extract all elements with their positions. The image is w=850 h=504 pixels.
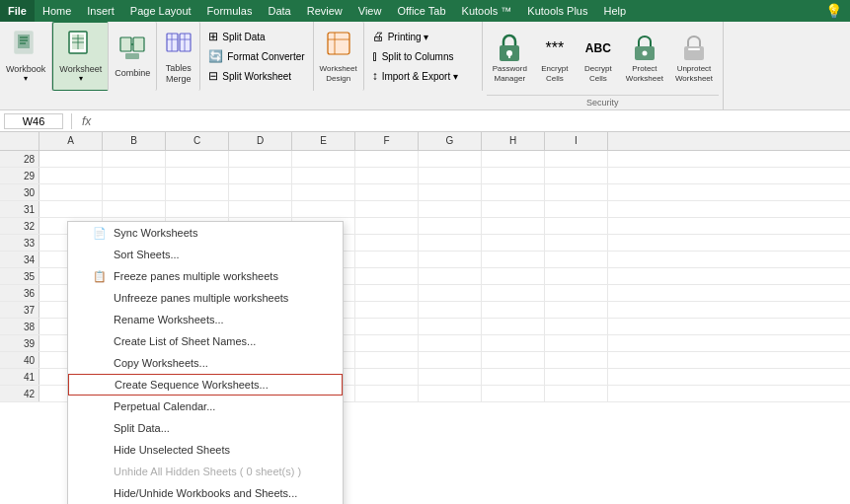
- col-header-h: H: [482, 132, 545, 150]
- svg-rect-1: [18, 35, 30, 48]
- workbook-icon: [12, 30, 39, 62]
- dropdown-sort-sheets[interactable]: Sort Sheets...: [68, 244, 343, 265]
- menu-office-tab[interactable]: Office Tab: [389, 0, 453, 22]
- dropdown-hide-unhide-workbooks[interactable]: Hide/Unhide Workbooks and Sheets...: [68, 482, 343, 504]
- svg-rect-12: [125, 53, 139, 59]
- ribbon: Workbook ▾ Worksheet ▾ Combine: [0, 22, 850, 110]
- col-header-f: F: [355, 132, 419, 150]
- help-lightbulb-icon[interactable]: 💡: [825, 3, 850, 19]
- menu-help[interactable]: Help: [595, 0, 634, 22]
- column-headers: A B C D E F G H I: [0, 132, 850, 151]
- encrypt-cells-button[interactable]: *** Encrypt Cells: [533, 24, 577, 93]
- split-data-icon: ⊞: [208, 30, 218, 43]
- split-worksheet-label: Split Worksheet: [222, 71, 291, 82]
- dropdown-unhide-all[interactable]: Unhide All Hidden Sheets ( 0 sheet(s) ): [68, 461, 343, 482]
- worksheet-button[interactable]: Worksheet ▾: [52, 22, 109, 91]
- svg-rect-10: [120, 37, 131, 51]
- table-row: 29: [0, 168, 850, 184]
- dropdown-perpetual-calendar[interactable]: Perpetual Calendar...: [68, 396, 343, 417]
- format-converter-button[interactable]: 🔄 Format Converter: [204, 47, 308, 65]
- menu-insert[interactable]: Insert: [79, 0, 122, 22]
- col-header-e: E: [292, 132, 355, 150]
- split-to-columns-label: Split to Columns: [382, 51, 454, 62]
- dropdown-unfreeze-panes[interactable]: Unfreeze panes multiple worksheets: [68, 287, 343, 309]
- menu-page-layout[interactable]: Page Layout: [122, 0, 199, 22]
- worksheet-label: Worksheet: [59, 64, 102, 75]
- menu-file[interactable]: File: [0, 0, 35, 22]
- import-export-button[interactable]: ↕ Import & Export ▾: [368, 67, 478, 85]
- split-data-button[interactable]: ⊞ Split Data: [204, 28, 308, 45]
- svg-rect-11: [133, 37, 144, 51]
- formula-bar-divider: [71, 113, 72, 129]
- worksheet-design-icon: [325, 30, 352, 62]
- worksheet-design-label: Worksheet Design: [320, 64, 357, 83]
- password-manager-label: Password Manager: [493, 64, 527, 83]
- main-content: A B C D E F G H I 28 29 30 31 32 33 34 3…: [0, 132, 850, 504]
- col-header-c: C: [166, 132, 229, 150]
- encrypt-cells-icon: ***: [539, 33, 571, 64]
- split-worksheet-button[interactable]: ⊟ Split Worksheet: [204, 67, 308, 85]
- tables-merge-button[interactable]: Tables Merge: [157, 22, 200, 91]
- menu-home[interactable]: Home: [35, 0, 79, 22]
- split-group: ⊞ Split Data 🔄 Format Converter ⊟ Split …: [200, 22, 313, 91]
- svg-rect-28: [688, 48, 700, 50]
- col-header-g: G: [419, 132, 482, 150]
- workbook-button[interactable]: Workbook ▾: [0, 22, 52, 91]
- split-worksheet-icon: ⊟: [208, 69, 218, 83]
- combine-label: Combine: [115, 68, 150, 79]
- format-converter-label: Format Converter: [227, 51, 304, 62]
- formula-bar: fx: [0, 110, 850, 132]
- unprotect-worksheet-label: Unprotect Worksheet: [675, 64, 713, 83]
- protect-worksheet-icon: [629, 33, 660, 64]
- decrypt-cells-button[interactable]: ABC Decrypt Cells: [577, 24, 620, 93]
- formula-fx-label: fx: [82, 114, 91, 128]
- protect-worksheet-label: Protect Worksheet: [626, 64, 663, 83]
- print-group: 🖨 Printing ▾ ⫿ Split to Columns ↕ Import…: [364, 22, 483, 91]
- import-export-icon: ↕: [372, 69, 378, 83]
- password-manager-button[interactable]: Password Manager: [487, 24, 533, 93]
- freeze-panes-icon: 📋: [92, 270, 108, 283]
- dropdown-hide-unselected[interactable]: Hide Unselected Sheets: [68, 439, 343, 461]
- worksheet-design-button[interactable]: Worksheet Design: [314, 22, 364, 91]
- protect-worksheet-button[interactable]: Protect Worksheet: [620, 24, 669, 93]
- decrypt-cells-label: Decrypt Cells: [584, 64, 612, 83]
- dropdown-create-sequence[interactable]: Create Sequence Worksheets...: [68, 374, 343, 396]
- tables-merge-icon: [165, 29, 193, 61]
- combine-icon: [118, 34, 146, 66]
- dropdown-copy-worksheets[interactable]: Copy Worksheets...: [68, 352, 343, 374]
- security-section: Password Manager *** Encrypt Cells ABC D…: [483, 22, 724, 109]
- sync-worksheets-icon: 📄: [92, 227, 108, 240]
- name-box[interactable]: [4, 113, 63, 129]
- security-group-label: Security: [487, 95, 719, 110]
- menu-formulas[interactable]: Formulas: [199, 0, 261, 22]
- dropdown-sync-worksheets[interactable]: 📄 Sync Worksheets: [68, 222, 343, 244]
- col-header-b: B: [103, 132, 166, 150]
- table-row: 31: [0, 201, 850, 218]
- unprotect-worksheet-button[interactable]: Unprotect Worksheet: [669, 24, 719, 93]
- split-columns-icon: ⫿: [372, 49, 378, 63]
- menu-review[interactable]: Review: [299, 0, 350, 22]
- encrypt-cells-label: Encrypt Cells: [541, 64, 568, 83]
- menu-kutools-plus[interactable]: Kutools Plus: [519, 0, 595, 22]
- split-to-columns-button[interactable]: ⫿ Split to Columns: [368, 47, 478, 65]
- printing-label: Printing ▾: [388, 32, 429, 42]
- workbook-label: Workbook: [6, 64, 45, 75]
- unprotect-worksheet-icon: [678, 33, 710, 64]
- menu-view[interactable]: View: [350, 0, 390, 22]
- dropdown-split-data[interactable]: Split Data...: [68, 417, 343, 439]
- worksheet-icon: [67, 30, 95, 62]
- dropdown-create-list[interactable]: Create List of Sheet Names...: [68, 330, 343, 352]
- decrypt-cells-icon: ABC: [582, 33, 614, 64]
- svg-rect-24: [508, 53, 510, 58]
- col-header-d: D: [229, 132, 292, 150]
- svg-rect-13: [167, 34, 178, 51]
- dropdown-freeze-panes[interactable]: 📋 Freeze panes multiple worksheets: [68, 265, 343, 287]
- menu-kutools[interactable]: Kutools ™: [454, 0, 520, 22]
- svg-rect-19: [328, 33, 349, 54]
- col-header-i: I: [545, 132, 608, 150]
- svg-point-26: [642, 51, 647, 56]
- combine-button[interactable]: Combine: [109, 22, 157, 91]
- menu-data[interactable]: Data: [260, 0, 298, 22]
- dropdown-rename-worksheets[interactable]: Rename Worksheets...: [68, 309, 343, 330]
- printing-button[interactable]: 🖨 Printing ▾: [368, 28, 478, 45]
